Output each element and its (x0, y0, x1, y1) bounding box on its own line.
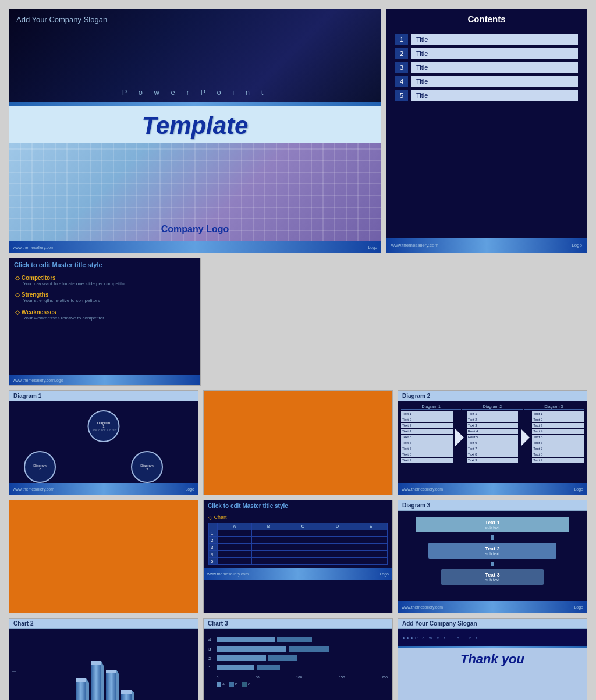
d3-connector-1 (491, 535, 494, 540)
td-3d (320, 544, 354, 551)
hbar-row-3: 3 (208, 646, 388, 652)
d2-arrow2 (519, 411, 531, 463)
thankyou-body: P o w e r P o i n t Thank you Company Lo… (398, 629, 587, 700)
d2-item-3-1: Text 1 (532, 411, 584, 417)
td-5b (251, 558, 286, 565)
diagram3-card[interactable]: Diagram 3 Text 1 sub text Text 2 sub tex… (398, 500, 587, 613)
d2-arrow (454, 411, 466, 463)
x-0: 0 (217, 676, 218, 679)
diagram2-card[interactable]: Diagram 2 Diagram 1 Diagram 2 Diagram 3 … (398, 390, 587, 495)
d2-item-3-3: Text 3 (532, 423, 584, 428)
contents-label-3: Title (411, 62, 578, 73)
d2-item-1-6: Text 6 (401, 440, 453, 446)
weaknesses-title: Weaknesses (15, 309, 194, 315)
td-4d (320, 551, 354, 558)
td-1c (286, 530, 320, 537)
d2-col-headers: Diagram 1 Diagram 2 Diagram 3 (401, 404, 584, 410)
cm-footer-logo: Logo (379, 572, 389, 576)
d3-footer: www.themesallery.com Logo (398, 601, 587, 613)
d1-footer-logo: Logo (185, 487, 194, 491)
chart2-yaxis: — — — (12, 632, 16, 700)
diagram2-content: Diagram 1 Diagram 2 Diagram 3 Text 1 Tex… (398, 401, 587, 495)
td-3a (218, 544, 252, 551)
diagram3-body: Text 1 sub text Text 2 sub text Text 3 s… (398, 511, 587, 601)
top-row: Add Your Company Slogan P o w e r P o i … (9, 9, 587, 253)
hbar-label-2: 2 (208, 656, 214, 661)
hbar-fill-1a (217, 665, 254, 670)
contents-num-1: 1 (395, 34, 408, 45)
chart-master-body: ◇ Chart A B C D E 1 (204, 511, 392, 568)
legend-label-c: C (248, 683, 250, 686)
d2-item-1-4: Text 4 (401, 429, 453, 434)
d2-item-3-9: Text 9 (532, 458, 584, 463)
chart-master-card[interactable]: Click to edit Master title style ◇ Chart… (203, 500, 393, 613)
d2-item-1-7: Text 7 (401, 446, 453, 452)
hbar-fill-1b (257, 665, 280, 670)
chart3-card[interactable]: Chart 3 4 3 2 (203, 618, 393, 700)
td-row1: 1 (209, 530, 218, 537)
contents-row-2: 2 Title (395, 48, 578, 59)
legend-item-a: A (217, 682, 225, 687)
ty-powerpoint-text: P o w e r P o i n t (415, 636, 479, 640)
contents-footer: www.themesallery.com Logo (386, 238, 587, 253)
contents-row-4: 4 Title (395, 76, 578, 87)
d3-item-3-sub: sub text (446, 578, 539, 582)
slide-contents[interactable]: Contents 1 Title 2 Title 3 Title 4 Title (386, 9, 587, 253)
competitors-text: You may want to allocate one slide per c… (23, 281, 194, 287)
tr-3: 3 (209, 544, 388, 551)
tr-1: 1 (209, 530, 388, 537)
thankyou-card[interactable]: Add Your Company Slogan P o w e r P o i … (398, 618, 587, 700)
legend-item-c: C (242, 682, 250, 687)
contents-num-3: 3 (395, 62, 408, 73)
row4: Click to edit Master title style ◇ Chart… (9, 500, 587, 613)
orange-slide-2 (9, 500, 198, 613)
d3-item-1-text: Text 1 (420, 520, 565, 525)
weaknesses-text: Your weaknesses relative to competitor (23, 315, 194, 321)
hbar-row-4: 4 (208, 637, 388, 642)
tile-area: Company Logo (9, 143, 381, 241)
d2-data-col3: Text 1 Text 2 Text 3 Text 4 Text 5 Text … (532, 411, 584, 463)
th-b: B (251, 523, 286, 530)
company-logo-label: Company Logo (9, 224, 381, 234)
d2-footer: www.themesallery.com Logo (398, 483, 587, 495)
diagram1-card[interactable]: Diagram 1 Diagram1Click to edit sub text… (9, 390, 198, 495)
chart2-card[interactable]: Chart 2 — — — (9, 618, 198, 700)
contents-footer-page: Logo (572, 243, 582, 248)
template-section: Template (9, 106, 381, 143)
row3: Diagram 1 Diagram1Click to edit sub text… (9, 390, 587, 495)
diagram1-content: Diagram1Click to edit sub text Diagram2 … (9, 401, 198, 495)
venn-top: Diagram1Click to edit sub text (88, 410, 120, 442)
chart3-bars: 4 3 2 1 (208, 637, 388, 670)
arrow-shape (455, 429, 464, 446)
bar-1a-side (86, 678, 89, 700)
d2-item-2-4: Rout 4 (467, 429, 519, 434)
orange-fill-2 (9, 500, 198, 613)
strengths-text: Your strengths relative to competitors (23, 298, 194, 304)
contents-label-5: Title (411, 90, 578, 101)
td-row3: 3 (209, 544, 218, 551)
contents-row-1: 1 Title (395, 34, 578, 45)
legend-label-a: A (222, 683, 225, 686)
hbar-label-3: 3 (208, 646, 214, 652)
d2-item-2-6: Text 6 (467, 440, 519, 446)
diagram1-header: Diagram 1 (9, 391, 198, 401)
th-c: C (286, 523, 320, 530)
d2-data-col1: Text 1 Text 2 Text 3 Text 4 Text 5 Text … (401, 411, 453, 463)
second-section: Click to edit Master title style Competi… (9, 258, 587, 386)
edit-master-slide[interactable]: Click to edit Master title style Competi… (9, 258, 201, 386)
d2-footer-logo: Logo (574, 487, 583, 491)
bar-group-2 (91, 661, 101, 700)
contents-num-5: 5 (395, 90, 408, 101)
ty-dot-2 (407, 637, 409, 639)
tr-5: 5 (209, 558, 388, 565)
legend-color-b (229, 682, 234, 687)
d2-item-1-1: Text 1 (401, 411, 453, 417)
d3-item-3: Text 3 sub text (441, 569, 544, 585)
bar-3a-top (106, 670, 116, 673)
row5: Chart 2 — — — (9, 618, 587, 700)
slide-main[interactable]: Add Your Company Slogan P o w e r P o i … (9, 9, 381, 253)
d2-col3: Diagram 3 (524, 404, 584, 410)
main-slogan: Add Your Company Slogan (16, 15, 107, 24)
hbar-label-1: 1 (208, 665, 214, 670)
th-e: E (354, 523, 388, 530)
